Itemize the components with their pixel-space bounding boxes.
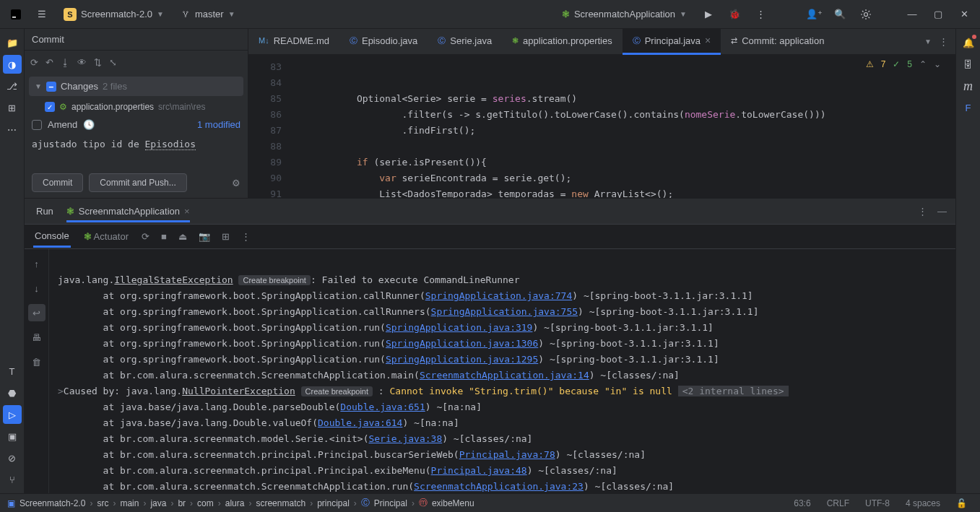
ide-logo-icon[interactable] xyxy=(6,4,26,25)
create-breakpoint-button[interactable]: Create breakpoint xyxy=(301,386,373,396)
tab-serie[interactable]: ⒸSerie.java xyxy=(428,29,502,55)
git-tool-icon[interactable]: ⑂ xyxy=(3,470,22,489)
code-editor[interactable]: ⚠7 ✓5 ⌃ ⌄ 838485868788899091 Optional<Se… xyxy=(248,55,955,198)
more-actions-icon[interactable]: ⋮ xyxy=(750,4,771,25)
breadcrumb[interactable]: screenmatch xyxy=(256,498,305,508)
amend-checkbox[interactable] xyxy=(32,120,42,130)
search-icon[interactable]: 🔍 xyxy=(830,4,850,25)
debug-button[interactable]: 🐞 xyxy=(724,4,745,25)
modified-link[interactable]: 1 modified xyxy=(197,119,240,130)
tab-episodio[interactable]: ⒸEpisodio.java xyxy=(339,29,428,55)
group-icon[interactable]: ⇅ xyxy=(94,57,102,68)
source-link[interactable]: Principal.java:78 xyxy=(459,449,555,460)
refresh-icon[interactable]: ⟳ xyxy=(30,57,38,68)
source-link[interactable]: ScreenmatchApplication.java:14 xyxy=(420,370,589,381)
tab-properties[interactable]: ❃application.properties xyxy=(502,29,623,55)
exception-link[interactable]: NullPointerException xyxy=(182,386,295,396)
tab-dropdown-icon[interactable]: ▼ xyxy=(924,38,932,45)
notifications-icon[interactable]: 🔔 xyxy=(959,33,978,52)
line-separator[interactable]: CRLF xyxy=(821,498,855,508)
source-link[interactable]: Principal.java:48 xyxy=(431,465,527,476)
inspection-widget[interactable]: ⚠7 ✓5 ⌃ ⌄ xyxy=(866,59,941,69)
breadcrumb[interactable]: com xyxy=(197,498,214,508)
commit-and-push-button[interactable]: Commit and Push... xyxy=(89,173,186,192)
pull-requests-icon[interactable]: ⎇ xyxy=(3,77,22,95)
clear-icon[interactable]: 🗑 xyxy=(28,353,45,370)
stop-icon[interactable]: ■ xyxy=(161,231,167,242)
minimize-button[interactable]: — xyxy=(902,4,922,25)
breadcrumb[interactable]: alura xyxy=(225,498,245,508)
source-link[interactable]: SpringApplication.java:1306 xyxy=(386,338,538,349)
commit-button[interactable]: Commit xyxy=(32,173,83,192)
run-config-tab[interactable]: ❃ ScreenmatchApplication × xyxy=(66,206,190,222)
exit-icon[interactable]: ⏏ xyxy=(178,231,187,242)
checkbox-checked-icon[interactable]: ✓ xyxy=(45,102,55,112)
flyway-icon[interactable]: F xyxy=(959,98,978,117)
source-link[interactable]: SpringApplication.java:319 xyxy=(386,322,533,333)
readonly-lock-icon[interactable]: 🔓 xyxy=(950,498,973,508)
code-content[interactable]: Optional<Serie> serie = series.stream() … xyxy=(289,55,955,198)
main-menu-icon[interactable]: ☰ xyxy=(32,4,52,25)
structure-tool-icon[interactable]: ⊞ xyxy=(3,98,22,117)
camera-icon[interactable]: 📷 xyxy=(199,231,210,242)
rerun-icon[interactable]: ⟳ xyxy=(142,231,149,242)
actuator-tab[interactable]: ❃ Actuator xyxy=(82,227,130,246)
breadcrumb[interactable]: principal xyxy=(317,498,350,508)
scroll-down-icon[interactable]: ↓ xyxy=(28,279,45,297)
run-more-icon[interactable]: ⋮ xyxy=(918,206,927,217)
source-link[interactable]: SpringApplication.java:755 xyxy=(431,306,578,317)
file-encoding[interactable]: UTF-8 xyxy=(859,498,896,508)
caret-position[interactable]: 63:6 xyxy=(788,498,816,508)
tab-more-icon[interactable]: ⋮ xyxy=(939,36,948,47)
exception-link[interactable]: IllegalStateException xyxy=(114,274,233,285)
create-breakpoint-button[interactable]: Create breakpoint xyxy=(238,275,310,285)
layout-icon[interactable]: ⊞ xyxy=(222,231,230,242)
more-tools-icon[interactable]: ⋯ xyxy=(3,120,22,139)
tab-readme[interactable]: M↓README.md xyxy=(248,29,339,55)
problems-tool-icon[interactable]: ⊘ xyxy=(3,448,22,467)
commit-message-input[interactable]: ajustado tipo id de Episodios xyxy=(25,134,248,154)
commit-settings-icon[interactable]: ⚙ xyxy=(232,178,240,188)
terminal-tool-icon[interactable]: ▣ xyxy=(3,427,22,446)
breadcrumb[interactable]: exibeMenu xyxy=(432,498,474,508)
branch-selector[interactable]: 🜉 master ▼ xyxy=(175,6,241,22)
tab-commit-diff[interactable]: ⇄Commit: application xyxy=(721,29,834,55)
breadcrumb[interactable]: br xyxy=(178,498,186,508)
internal-lines-badge[interactable]: <2 internal lines> xyxy=(678,386,789,396)
diff-icon[interactable]: 👁 xyxy=(77,57,87,68)
source-link[interactable]: Serie.java:38 xyxy=(368,433,442,444)
close-button[interactable]: ✕ xyxy=(954,4,974,25)
source-link[interactable]: ScreenmatchApplication.java:23 xyxy=(414,481,584,492)
settings-icon[interactable] xyxy=(856,4,876,25)
source-link[interactable]: SpringApplication.java:1295 xyxy=(386,354,538,365)
soft-wrap-icon[interactable]: ↩ xyxy=(28,304,45,321)
rollback-icon[interactable]: ↶ xyxy=(45,57,53,68)
scroll-up-icon[interactable]: ↑ xyxy=(28,255,45,272)
console-output[interactable]: java.lang.IllegalStateException Create b… xyxy=(49,249,955,493)
source-link[interactable]: Double.java:614 xyxy=(318,417,402,428)
run-config-selector[interactable]: ❃ ScreenmatchApplication ▼ xyxy=(556,6,693,22)
console-more-icon[interactable]: ⋮ xyxy=(241,231,251,242)
console-tab[interactable]: Console xyxy=(33,226,71,248)
breadcrumb[interactable]: main xyxy=(120,498,139,508)
services-tool-icon[interactable]: ⬣ xyxy=(3,383,22,402)
breadcrumb[interactable]: Screenmatch-2.0 xyxy=(19,498,85,508)
shelve-icon[interactable]: ⭳ xyxy=(61,57,70,68)
source-link[interactable]: SpringApplication.java:774 xyxy=(425,290,573,301)
database-icon[interactable]: 🗄 xyxy=(959,55,978,74)
breadcrumb[interactable]: java xyxy=(150,498,166,508)
maximize-button[interactable]: ▢ xyxy=(928,4,948,25)
todo-tool-icon[interactable]: T xyxy=(3,362,22,381)
checkbox-indeterminate-icon[interactable]: – xyxy=(46,82,56,92)
commit-tool-icon[interactable]: ◑ xyxy=(3,55,22,74)
source-link[interactable]: Double.java:651 xyxy=(340,402,425,412)
maven-icon[interactable]: m xyxy=(959,77,978,95)
project-tool-icon[interactable]: 📁 xyxy=(3,33,22,52)
tab-principal[interactable]: ⒸPrincipal.java× xyxy=(623,29,721,55)
collapse-icon[interactable]: ⤡ xyxy=(109,57,117,68)
breadcrumb[interactable]: Principal xyxy=(374,498,407,508)
close-tab-icon[interactable]: × xyxy=(705,35,711,46)
changes-node[interactable]: ▼ – Changes 2 files xyxy=(29,77,243,96)
history-icon[interactable]: 🕓 xyxy=(83,119,95,130)
hide-panel-icon[interactable]: — xyxy=(937,206,947,217)
